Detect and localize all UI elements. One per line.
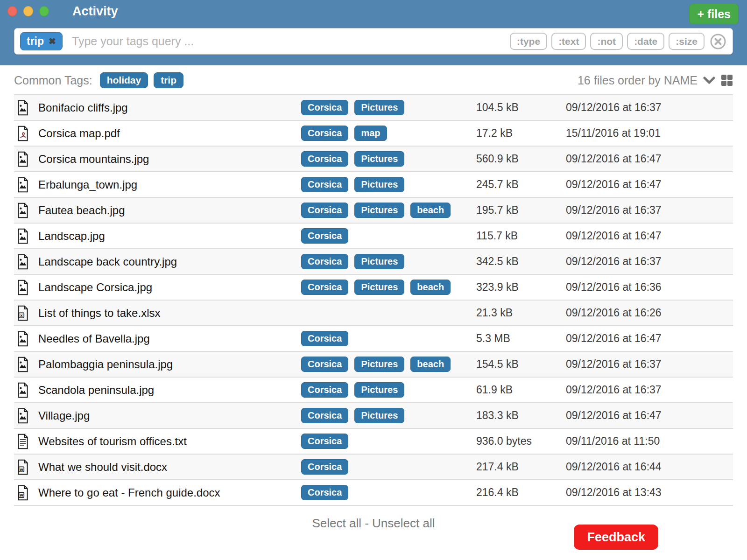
file-tags: Corsica: [301, 331, 476, 346]
tag-chip[interactable]: Pictures: [354, 177, 404, 192]
common-tag-trip[interactable]: trip: [154, 72, 183, 88]
tag-chip[interactable]: Corsica: [301, 177, 348, 192]
file-size: 323.9 kB: [476, 281, 566, 294]
file-size: 17.2 kB: [476, 127, 566, 140]
tag-chip[interactable]: Corsica: [301, 382, 348, 398]
file-size: 183.3 kB: [476, 409, 566, 422]
tag-chip[interactable]: Corsica: [301, 434, 348, 449]
active-search-tag-chip[interactable]: trip ✖: [20, 32, 63, 50]
add-files-button[interactable]: + files: [689, 4, 739, 24]
image-file-icon: [14, 228, 38, 244]
filter-not-button[interactable]: :not: [590, 33, 623, 50]
tag-chip[interactable]: Pictures: [354, 203, 404, 218]
tag-chip[interactable]: Corsica: [301, 357, 348, 372]
file-size: 195.7 kB: [476, 204, 566, 217]
tag-chip[interactable]: Pictures: [354, 100, 404, 115]
file-row[interactable]: What we should visit.docx Corsica 217.4 …: [14, 455, 733, 480]
clear-search-icon[interactable]: [709, 33, 727, 50]
file-size: 216.4 kB: [476, 486, 566, 499]
file-row[interactable]: Bonifacio cliffs.jpg CorsicaPictures 104…: [14, 95, 733, 121]
filter-text-button[interactable]: :text: [551, 33, 586, 50]
file-row[interactable]: Landscape back country.jpg CorsicaPictur…: [14, 249, 733, 275]
file-tags: Corsica: [301, 434, 476, 449]
order-controls: 16 files order by NAME: [578, 74, 733, 87]
file-date: 09/12/2016 at 16:37: [566, 255, 733, 268]
tags-query-input[interactable]: [72, 35, 510, 48]
image-file-icon: [14, 382, 38, 398]
common-tags-bar: Common Tags: holiday trip 16 files order…: [0, 65, 747, 94]
close-window-button[interactable]: [7, 6, 17, 16]
file-row[interactable]: Village.jpg CorsicaPictures 183.3 kB 09/…: [14, 403, 733, 429]
tag-chip[interactable]: Corsica: [301, 228, 348, 244]
grid-view-icon[interactable]: [721, 74, 733, 86]
tag-chip[interactable]: beach: [410, 280, 451, 295]
file-date: 15/11/2016 at 19:01: [566, 127, 733, 140]
file-row[interactable]: Fautea beach.jpg CorsicaPicturesbeach 19…: [14, 198, 733, 224]
tag-chip[interactable]: Corsica: [301, 151, 348, 167]
file-name: Scandola peninsula.jpg: [38, 384, 301, 397]
file-tags: CorsicaPictures: [301, 100, 476, 115]
tag-chip[interactable]: Pictures: [354, 151, 404, 167]
file-tags: CorsicaPictures: [301, 382, 476, 398]
file-size: 217.4 kB: [476, 461, 566, 473]
file-row[interactable]: Landscape Corsica.jpg CorsicaPicturesbea…: [14, 275, 733, 301]
file-row[interactable]: Landscap.jpg Corsica 115.7 kB 09/12/2016…: [14, 224, 733, 249]
filter-date-button[interactable]: :date: [627, 33, 664, 50]
file-row[interactable]: Corsica mountains.jpg CorsicaPictures 56…: [14, 147, 733, 172]
tag-chip[interactable]: map: [354, 126, 387, 141]
file-row[interactable]: Scandola peninsula.jpg CorsicaPictures 6…: [14, 378, 733, 403]
file-row[interactable]: Needles of Bavella.jpg Corsica 5.3 MB 09…: [14, 326, 733, 352]
file-date: 09/11/2016 at 11:50: [566, 435, 733, 448]
tag-chip[interactable]: Pictures: [354, 357, 404, 372]
minimize-window-button[interactable]: [23, 6, 33, 16]
tag-chip[interactable]: Corsica: [301, 100, 348, 115]
file-name: Corsica mountains.jpg: [38, 153, 301, 166]
file-name: Erbalunga_town.jpg: [38, 178, 301, 191]
file-row[interactable]: Websites of tourism offices.txt Corsica …: [14, 429, 733, 455]
tag-chip[interactable]: beach: [410, 203, 451, 218]
image-file-icon: [14, 331, 38, 347]
tag-chip[interactable]: Corsica: [301, 331, 348, 346]
remove-search-tag-icon[interactable]: ✖: [49, 37, 56, 46]
word-file-icon: [14, 459, 38, 475]
tag-chip[interactable]: Corsica: [301, 254, 348, 269]
file-date: 09/12/2016 at 16:47: [566, 178, 733, 191]
tag-chip[interactable]: Pictures: [354, 408, 404, 423]
file-date: 09/12/2016 at 16:44: [566, 461, 733, 473]
file-list: Bonifacio cliffs.jpg CorsicaPictures 104…: [14, 94, 733, 506]
tag-chip[interactable]: beach: [410, 357, 451, 372]
file-size: 104.5 kB: [476, 101, 566, 114]
tag-chip[interactable]: Corsica: [301, 203, 348, 218]
file-tags: CorsicaPictures: [301, 254, 476, 269]
file-tags: CorsicaPicturesbeach: [301, 280, 476, 295]
tag-chip[interactable]: Corsica: [301, 485, 348, 500]
chevron-down-icon[interactable]: [703, 77, 715, 84]
filter-size-button[interactable]: :size: [669, 33, 705, 50]
file-name: Landscap.jpg: [38, 230, 301, 243]
file-date: 09/12/2016 at 16:37: [566, 358, 733, 371]
zoom-window-button[interactable]: [39, 6, 49, 16]
tag-chip[interactable]: Corsica: [301, 126, 348, 141]
file-date: 09/12/2016 at 16:47: [566, 332, 733, 345]
file-row[interactable]: Palombaggia peninsula.jpg CorsicaPicture…: [14, 352, 733, 378]
file-date: 09/12/2016 at 16:37: [566, 101, 733, 114]
select-all-link[interactable]: Select all: [312, 516, 361, 530]
file-row[interactable]: Corsica map.pdf Corsicamap 17.2 kB 15/11…: [14, 121, 733, 147]
tag-chip[interactable]: Corsica: [301, 408, 348, 423]
file-row[interactable]: Erbalunga_town.jpg CorsicaPictures 245.7…: [14, 172, 733, 198]
file-row[interactable]: Where to go eat - French guide.docx Cors…: [14, 480, 733, 506]
file-count-order-label[interactable]: 16 files order by NAME: [578, 74, 698, 87]
tag-chip[interactable]: Pictures: [354, 280, 404, 295]
common-tag-holiday[interactable]: holiday: [100, 72, 148, 88]
unselect-all-link[interactable]: Unselect all: [372, 516, 435, 530]
file-size: 936.0 bytes: [476, 435, 566, 448]
file-row[interactable]: List of things to take.xlsx 21.3 kB 09/1…: [14, 301, 733, 326]
feedback-button[interactable]: Feedback: [574, 525, 658, 550]
filter-type-button[interactable]: :type: [510, 33, 547, 50]
file-tags: Corsica: [301, 228, 476, 244]
window-controls: [7, 6, 49, 16]
tag-chip[interactable]: Corsica: [301, 459, 348, 475]
tag-chip[interactable]: Pictures: [354, 254, 404, 269]
tag-chip[interactable]: Corsica: [301, 280, 348, 295]
tag-chip[interactable]: Pictures: [354, 382, 404, 398]
